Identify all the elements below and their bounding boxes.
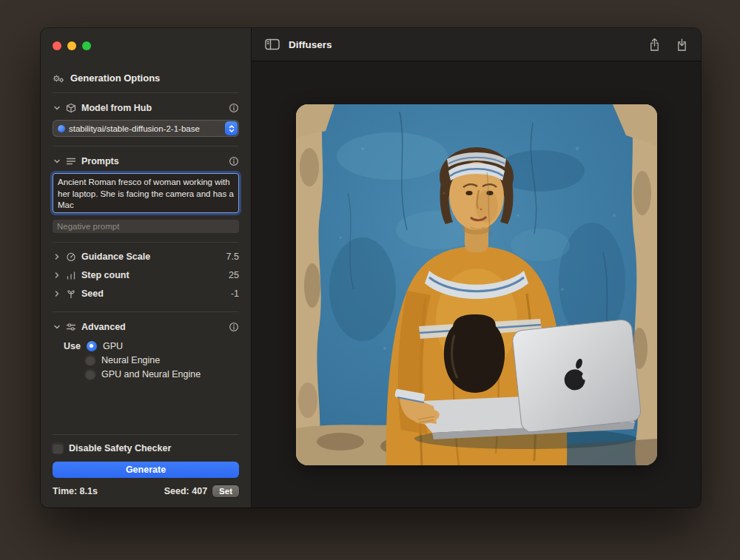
parameter-list: Guidance Scale 7.5 Step count 25: [53, 247, 239, 303]
generation-options-title: Generation Options: [70, 72, 160, 84]
generated-image: [296, 104, 657, 465]
info-icon[interactable]: [229, 322, 239, 332]
close-window-button[interactable]: [53, 41, 61, 50]
minimize-window-button[interactable]: [67, 41, 76, 50]
radio-option-gpu[interactable]: GPU: [87, 339, 123, 353]
advanced-section-label: Advanced: [81, 322, 126, 332]
info-icon[interactable]: [229, 103, 239, 113]
image-canvas: [252, 61, 701, 507]
chevron-down-icon: [53, 323, 61, 331]
time-status: Time: 8.1s: [53, 486, 98, 496]
radio-icon: [85, 369, 95, 379]
save-image-icon[interactable]: [676, 38, 687, 52]
titlebar: Diffusers: [252, 28, 701, 61]
seed-row[interactable]: Seed -1: [53, 284, 239, 303]
radio-option-label: GPU: [103, 341, 123, 351]
divider: [53, 242, 239, 243]
radio-option-label: GPU and Neural Engine: [101, 369, 201, 379]
chevron-down-icon: [53, 104, 61, 112]
checkbox-icon: [53, 443, 63, 453]
divider: [53, 311, 239, 312]
prompts-section-label: Prompts: [81, 156, 119, 166]
sidebar: Generation Options Model from Hub: [41, 28, 252, 507]
share-icon[interactable]: [649, 38, 660, 52]
step-count-label: Step count: [81, 270, 130, 280]
model-section-header[interactable]: Model from Hub: [53, 99, 239, 117]
model-section-label: Model from Hub: [81, 103, 152, 113]
app-window: Generation Options Model from Hub: [41, 28, 701, 507]
generation-options-header: Generation Options: [53, 72, 239, 84]
guidance-scale-row[interactable]: Guidance Scale 7.5: [53, 247, 239, 266]
model-dot-icon: [58, 125, 65, 132]
advanced-section-header[interactable]: Advanced: [53, 318, 239, 336]
status-footer: Time: 8.1s Seed: 407 Set: [53, 485, 239, 497]
info-icon[interactable]: [229, 156, 239, 166]
gears-icon: [53, 73, 64, 84]
divider: [53, 92, 239, 93]
disable-safety-checker-checkbox[interactable]: Disable Safety Checker: [53, 441, 239, 456]
seed-status: Seed: 407: [164, 486, 207, 496]
advanced-sliders-icon: [65, 322, 77, 332]
window-controls: [53, 41, 239, 50]
guidance-scale-label: Guidance Scale: [81, 252, 150, 262]
radio-option-neural-engine[interactable]: Neural Engine: [85, 353, 239, 367]
spacer: [53, 381, 239, 425]
radio-icon: [85, 355, 95, 365]
main-panel: Diffusers: [252, 28, 701, 507]
radio-selected-icon: [87, 341, 97, 351]
divider: [53, 146, 239, 146]
guidance-scale-value: 7.5: [226, 252, 239, 262]
disable-safety-checker-label: Disable Safety Checker: [69, 443, 171, 453]
use-label: Use: [64, 341, 81, 351]
model-select-value: stabilityai/stable-diffusion-2-1-base: [69, 124, 238, 133]
divider: [53, 434, 239, 435]
seed-icon: [65, 289, 77, 299]
chevron-down-icon: [53, 158, 61, 165]
chevron-right-icon: [53, 271, 61, 279]
generate-button[interactable]: Generate: [53, 462, 239, 478]
set-seed-button[interactable]: Set: [212, 485, 239, 497]
prompt-lines-icon: [65, 156, 77, 166]
toggle-sidebar-icon[interactable]: [265, 38, 280, 50]
chevron-right-icon: [53, 290, 61, 297]
compute-unit-group: Use GPU Neural Engine GPU and Neural Eng…: [64, 339, 239, 381]
seed-value: -1: [231, 289, 239, 299]
desktop-background: Generation Options Model from Hub: [0, 0, 740, 560]
radio-option-label: Neural Engine: [101, 355, 160, 365]
negative-prompt-input[interactable]: [53, 220, 239, 233]
seed-label: Seed: [81, 289, 104, 299]
window-title: Diffusers: [289, 39, 332, 50]
radio-option-gpu-and-neural-engine[interactable]: GPU and Neural Engine: [85, 367, 239, 381]
chevron-right-icon: [53, 253, 61, 260]
zoom-window-button[interactable]: [82, 41, 91, 50]
step-count-value: 25: [229, 270, 239, 280]
model-box-icon: [65, 103, 77, 113]
fresco-art: [296, 104, 657, 465]
step-count-row[interactable]: Step count 25: [53, 266, 239, 284]
prompt-input[interactable]: Ancient Roman fresco of woman working wi…: [53, 173, 239, 213]
model-select[interactable]: stabilityai/stable-diffusion-2-1-base: [53, 120, 239, 137]
step-count-icon: [65, 270, 77, 280]
gauge-icon: [65, 252, 77, 262]
select-stepper-icon: [225, 121, 238, 135]
prompts-section-header[interactable]: Prompts: [53, 152, 239, 170]
